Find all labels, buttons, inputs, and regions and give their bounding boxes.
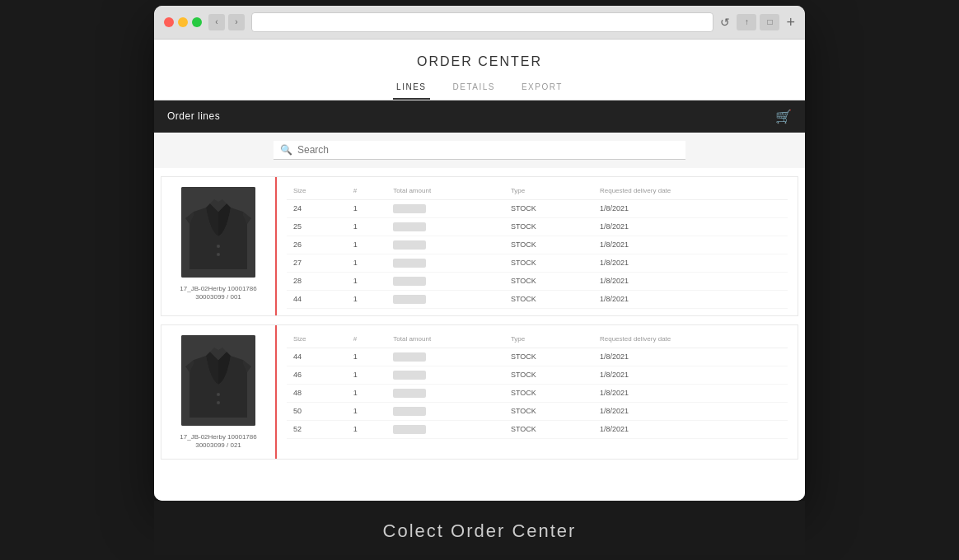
tab-export[interactable]: EXPORT [518, 77, 566, 100]
cell-amount: $000.00 [386, 272, 504, 290]
back-button[interactable]: ‹ [208, 14, 225, 30]
col-amount-header: Total amount [386, 332, 504, 348]
cell-size: 28 [287, 272, 347, 290]
browser-navigation: ‹ › [208, 14, 245, 30]
cell-delivery: 1/8/2021 [593, 254, 788, 272]
address-bar[interactable] [251, 12, 713, 32]
cell-size: 48 [287, 384, 347, 402]
cell-delivery: 1/8/2021 [593, 236, 788, 254]
product-name-2: 17_JB-02Herby 10001786 [180, 432, 256, 441]
table-row: 46 1 $000.00 STOCK 1/8/2021 [287, 366, 788, 384]
new-tab-button[interactable]: + [786, 15, 795, 30]
cell-type: STOCK [504, 366, 593, 384]
table-row: 48 1 $000.00 STOCK 1/8/2021 [287, 384, 788, 402]
cell-size: 26 [287, 236, 347, 254]
cell-type: STOCK [504, 290, 593, 308]
col-delivery-header: Requested delivery date [593, 184, 788, 200]
product-image [181, 187, 255, 278]
cell-type: STOCK [504, 254, 593, 272]
cell-qty: 1 [347, 348, 386, 366]
cell-size: 44 [287, 290, 347, 308]
maximize-button[interactable] [192, 17, 202, 27]
cell-qty: 1 [347, 290, 386, 308]
product-card: 17_JB-02Herby 10001786 30003099 / 001 Si… [161, 176, 798, 316]
col-qty-header: # [347, 332, 386, 348]
table-row: 44 1 $000.00 STOCK 1/8/2021 [287, 290, 788, 308]
svg-point-2 [217, 253, 220, 256]
cell-delivery: 1/8/2021 [593, 420, 788, 438]
product-code-1: 30003099 / 001 [195, 293, 241, 301]
cell-amount: $000.00 [386, 420, 504, 438]
cell-qty: 1 [347, 199, 386, 217]
tabs-navigation: LINES DETAILS EXPORT [154, 77, 805, 100]
col-delivery-header: Requested delivery date [593, 332, 788, 348]
product-image [181, 335, 255, 426]
product-image-section: 17_JB-02Herby 10001786 30003099 / 001 [161, 177, 277, 315]
product-cards-container: 17_JB-02Herby 10001786 30003099 / 001 Si… [154, 176, 805, 460]
cell-amount: $000.00 [386, 384, 504, 402]
svg-point-4 [217, 393, 220, 396]
product-card: 17_JB-02Herby 10001786 30003099 / 021 Si… [161, 324, 798, 460]
table-row: 24 1 $000.00 STOCK 1/8/2021 [287, 199, 788, 217]
bottom-label: Colect Order Center [154, 501, 805, 555]
cell-amount: $000.00 [386, 199, 504, 217]
table-row: 25 1 $000.00 STOCK 1/8/2021 [287, 217, 788, 236]
product-image-section: 17_JB-02Herby 10001786 30003099 / 021 [161, 325, 277, 459]
cell-type: STOCK [504, 348, 593, 366]
tab-lines[interactable]: LINES [393, 77, 429, 100]
minimize-button[interactable] [178, 17, 188, 27]
cell-amount: $000.00 [386, 348, 504, 366]
tab-details[interactable]: DETAILS [450, 77, 498, 100]
table-row: 44 1 $000.00 STOCK 1/8/2021 [287, 348, 788, 366]
close-button[interactable] [164, 17, 174, 27]
col-qty-header: # [347, 184, 386, 200]
cell-size: 27 [287, 254, 347, 272]
table-row: 27 1 $000.00 STOCK 1/8/2021 [287, 254, 788, 272]
cell-qty: 1 [347, 217, 386, 236]
product-code-2: 30003099 / 021 [195, 441, 241, 449]
col-amount-header: Total amount [386, 184, 504, 200]
cell-type: STOCK [504, 384, 593, 402]
cell-amount: $000.00 [386, 366, 504, 384]
table-row: 28 1 $000.00 STOCK 1/8/2021 [287, 272, 788, 290]
cell-delivery: 1/8/2021 [593, 384, 788, 402]
cell-amount: $000.00 [386, 402, 504, 420]
cell-size: 24 [287, 199, 347, 217]
page-title: ORDER CENTER [154, 40, 805, 77]
cell-delivery: 1/8/2021 [593, 290, 788, 308]
cell-delivery: 1/8/2021 [593, 217, 788, 236]
cell-qty: 1 [347, 366, 386, 384]
cell-type: STOCK [504, 236, 593, 254]
cell-type: STOCK [504, 217, 593, 236]
cell-amount: $000.00 [386, 236, 504, 254]
bookmark-button[interactable]: □ [760, 14, 779, 30]
cart-icon: 🛒 [775, 109, 793, 124]
share-button[interactable]: ↑ [737, 14, 756, 30]
cell-type: STOCK [504, 420, 593, 438]
search-wrap: 🔍 [274, 141, 685, 160]
cell-qty: 1 [347, 384, 386, 402]
cell-qty: 1 [347, 272, 386, 290]
cell-delivery: 1/8/2021 [593, 199, 788, 217]
cell-size: 52 [287, 420, 347, 438]
cell-qty: 1 [347, 254, 386, 272]
cell-qty: 1 [347, 420, 386, 438]
reload-button[interactable]: ↺ [720, 16, 730, 29]
cell-delivery: 1/8/2021 [593, 402, 788, 420]
table-row: 50 1 $000.00 STOCK 1/8/2021 [287, 402, 788, 420]
forward-button[interactable]: › [228, 14, 245, 30]
table-row: 26 1 $000.00 STOCK 1/8/2021 [287, 236, 788, 254]
order-lines-label: Order lines [167, 110, 220, 122]
cell-amount: $000.00 [386, 254, 504, 272]
cell-size: 44 [287, 348, 347, 366]
cell-size: 25 [287, 217, 347, 236]
svg-point-5 [217, 401, 220, 404]
cell-type: STOCK [504, 272, 593, 290]
cell-type: STOCK [504, 402, 593, 420]
browser-action-buttons: ↑ □ [737, 14, 779, 30]
table-row: 52 1 $000.00 STOCK 1/8/2021 [287, 420, 788, 438]
product-table-section-1: Size # Total amount Type Requested deliv… [277, 177, 798, 315]
search-input[interactable] [297, 144, 679, 156]
col-type-header: Type [504, 184, 593, 200]
col-size-header: Size [287, 184, 347, 200]
